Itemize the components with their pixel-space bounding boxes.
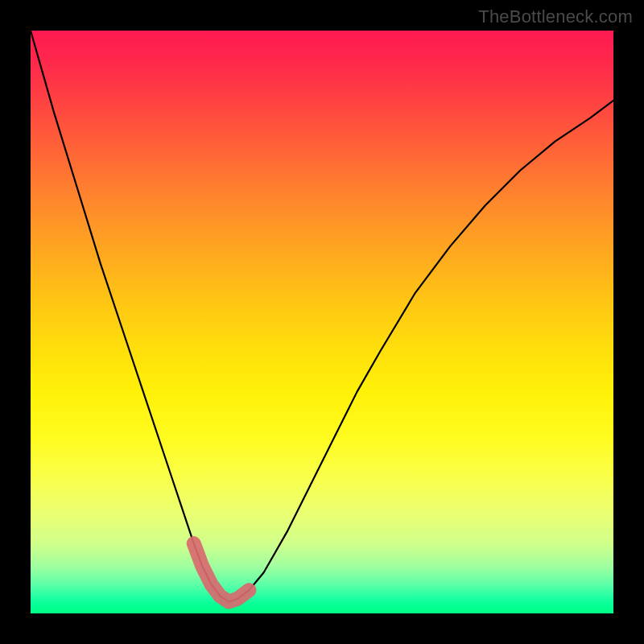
watermark-text: TheBottleneck.com (478, 6, 633, 27)
bottleneck-curve (31, 31, 613, 602)
curve-overlay (31, 31, 613, 613)
highlight-band (194, 543, 250, 601)
plot-area (31, 31, 613, 613)
chart-frame: TheBottleneck.com (0, 0, 644, 644)
